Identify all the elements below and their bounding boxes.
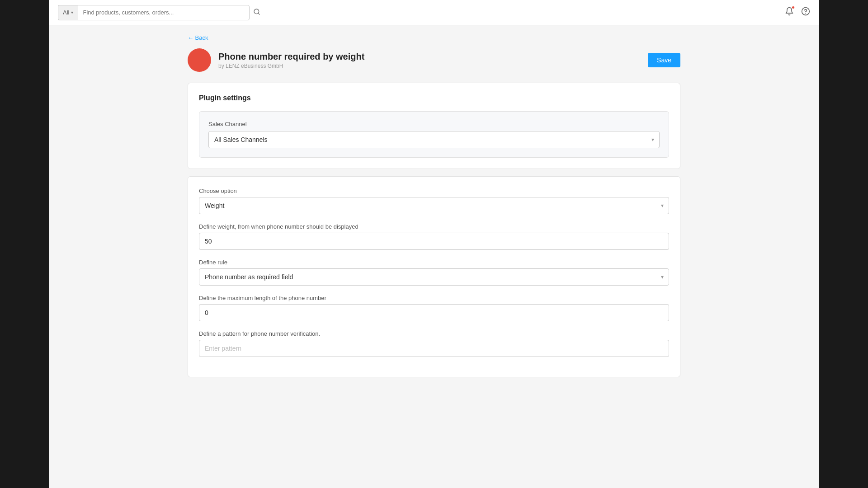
topbar: All ▾ [49,0,819,25]
plugin-title-area: Phone number required by weight by LENZ … [218,52,364,69]
weight-input[interactable] [199,233,669,250]
sales-channel-label: Sales Channel [208,121,660,127]
define-rule-label: Define rule [199,259,669,266]
define-rule-select[interactable]: Phone number as required field Show phon… [199,268,669,286]
max-length-label: Define the maximum length of the phone n… [199,295,669,301]
plugin-author: by LENZ eBusiness GmbH [218,63,364,69]
search-icon [253,8,260,15]
sales-channel-section: Sales Channel All Sales Channels Storefr… [199,111,669,158]
choose-option-select[interactable]: Weight Price Quantity [199,197,669,214]
search-area: All ▾ [58,5,262,20]
svg-line-1 [259,13,260,14]
plugin-settings-card: Plugin settings Sales Channel All Sales … [188,83,680,169]
max-length-input[interactable] [199,304,669,321]
plugin-title: Phone number required by weight [218,52,364,62]
notification-badge [792,6,795,9]
search-filter-label: All [63,9,69,16]
pattern-group: Define a pattern for phone number verifi… [199,330,669,357]
pattern-label: Define a pattern for phone number verifi… [199,330,669,337]
choose-option-select-wrapper: Weight Price Quantity ▾ [199,197,669,214]
choose-option-group: Choose option Weight Price Quantity ▾ [199,188,669,214]
weight-field-group: Define weight, from when phone number sh… [199,223,669,250]
sales-channel-select-wrapper: All Sales Channels Storefront Headless ▾ [208,131,660,148]
search-input[interactable] [78,5,250,20]
plugin-settings-title: Plugin settings [199,94,669,102]
search-submit-button[interactable] [251,6,262,19]
plugin-header-left: Phone number required by weight by LENZ … [188,48,364,72]
plugin-header: Phone number required by weight by LENZ … [188,48,680,72]
pattern-input[interactable] [199,340,669,357]
help-icon[interactable] [801,7,810,18]
back-link[interactable]: ← Back [188,34,680,41]
define-rule-select-wrapper: Phone number as required field Show phon… [199,268,669,286]
topbar-right [785,7,810,18]
plugin-logo [188,48,211,72]
max-length-group: Define the maximum length of the phone n… [199,295,669,321]
notification-bell-icon[interactable] [785,7,794,18]
search-filter-chevron-icon: ▾ [71,10,73,15]
sales-channel-select[interactable]: All Sales Channels Storefront Headless [208,131,660,148]
search-filter-button[interactable]: All ▾ [58,5,78,20]
define-rule-group: Define rule Phone number as required fie… [199,259,669,286]
choose-option-label: Choose option [199,188,669,194]
content-area: ← Back Phone number required by weight b… [179,25,689,386]
save-button[interactable]: Save [648,53,680,67]
weight-field-label: Define weight, from when phone number sh… [199,223,669,230]
settings-section: Choose option Weight Price Quantity ▾ De… [188,176,680,377]
